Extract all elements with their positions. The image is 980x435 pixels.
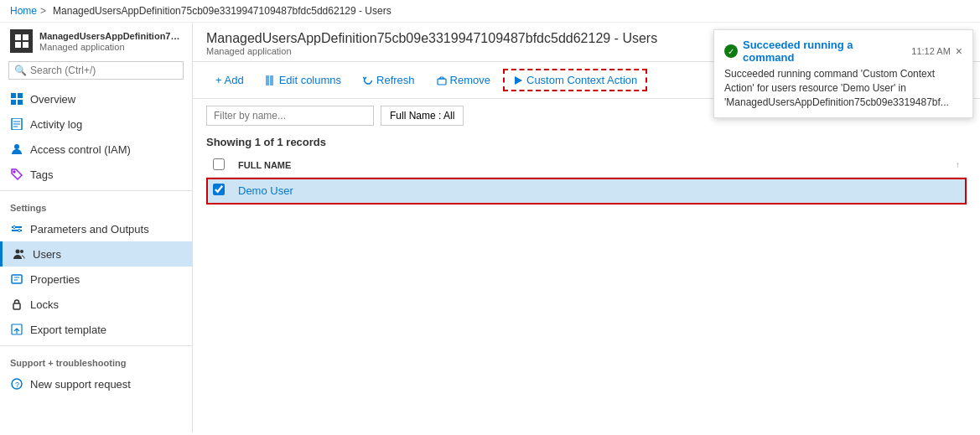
tag-icon <box>10 168 23 181</box>
remove-icon <box>437 75 447 85</box>
remove-button[interactable]: Remove <box>428 69 500 91</box>
lock-icon <box>10 298 23 311</box>
svg-rect-29 <box>438 79 446 85</box>
sidebar-item-locks[interactable]: Locks <box>0 292 192 317</box>
svg-text:?: ? <box>15 381 19 389</box>
svg-rect-28 <box>270 75 273 85</box>
search-input[interactable] <box>30 65 178 76</box>
sidebar-support-label: New support request <box>30 378 131 391</box>
svg-rect-3 <box>23 42 29 48</box>
select-all-header <box>206 153 231 178</box>
sidebar-item-overview[interactable]: Overview <box>0 86 192 111</box>
refresh-button[interactable]: Refresh <box>354 69 424 91</box>
sidebar-locks-label: Locks <box>30 298 59 311</box>
svg-point-12 <box>14 144 19 149</box>
support-icon: ? <box>10 377 23 391</box>
svg-point-18 <box>16 250 20 254</box>
svg-point-19 <box>20 250 23 253</box>
sidebar-activity-label: Activity log <box>30 118 82 131</box>
refresh-icon <box>363 75 373 85</box>
toast-body: Succeeded running command 'Custom Contex… <box>724 67 962 109</box>
main-content: ManagedUsersAppDefinition75cb09e33199471… <box>193 23 980 432</box>
select-all-checkbox[interactable] <box>213 158 225 170</box>
svg-rect-4 <box>11 93 16 98</box>
sidebar-app-title: ManagedUsersAppDefinition75cb09e33199471… <box>39 30 182 42</box>
sidebar-logo: ManagedUsersAppDefinition75cb09e33199471… <box>0 23 192 56</box>
props-icon <box>10 272 23 286</box>
table-row[interactable]: Demo User <box>206 178 967 205</box>
table-header-row: FULL NAME ↑ <box>206 153 967 178</box>
sidebar-item-properties[interactable]: Properties <box>0 267 192 292</box>
sidebar-app-subtitle: Managed application <box>39 42 182 52</box>
sidebar-item-activity-log[interactable]: Activity log <box>0 111 192 137</box>
svg-point-13 <box>13 171 15 173</box>
toast-time: 11:12 AM <box>911 46 950 56</box>
svg-marker-30 <box>515 76 522 85</box>
sidebar-item-users[interactable]: Users <box>0 241 192 267</box>
full-name-header: FULL NAME ↑ <box>231 153 967 178</box>
columns-icon <box>266 75 276 85</box>
filter-input[interactable] <box>206 106 374 126</box>
sidebar-tags-label: Tags <box>30 168 53 181</box>
search-icon: 🔍 <box>14 65 27 76</box>
row-checkbox[interactable] <box>213 184 225 195</box>
sidebar-overview-label: Overview <box>30 93 75 106</box>
sidebar-properties-label: Properties <box>30 273 80 286</box>
row-name-cell: Demo User <box>231 178 967 205</box>
sidebar-item-tags[interactable]: Tags <box>0 162 192 187</box>
svg-rect-23 <box>13 303 20 309</box>
settings-section-label: Settings <box>0 194 192 216</box>
user-icon <box>10 142 23 156</box>
sidebar-app-info: ManagedUsersAppDefinition75cb09e33199471… <box>39 30 182 52</box>
sidebar-item-access-control[interactable]: Access control (IAM) <box>0 137 192 162</box>
filter-badge[interactable]: Full Name : All <box>381 106 464 126</box>
svg-rect-2 <box>15 42 21 48</box>
add-button[interactable]: + Add <box>206 69 253 91</box>
svg-point-17 <box>18 230 21 232</box>
breadcrumb: Home > ManagedUsersAppDefinition75cb09e3… <box>0 0 980 23</box>
svg-rect-6 <box>11 100 16 105</box>
custom-context-action-button[interactable]: Custom Context Action <box>503 69 647 91</box>
sidebar-access-label: Access control (IAM) <box>30 143 131 156</box>
svg-rect-0 <box>15 34 21 40</box>
table-container: FULL NAME ↑ Demo User <box>193 153 980 432</box>
breadcrumb-separator: > <box>40 5 46 17</box>
play-icon <box>513 75 523 85</box>
export-icon <box>10 323 23 336</box>
toast-header: ✓ Succeeded running a command 11:12 AM × <box>724 39 962 64</box>
breadcrumb-home[interactable]: Home <box>10 5 37 17</box>
users-icon <box>13 247 26 261</box>
sidebar: ManagedUsersAppDefinition75cb09e33199471… <box>0 23 193 432</box>
user-link[interactable]: Demo User <box>238 184 293 197</box>
sort-icon: ↑ <box>956 160 960 169</box>
sidebar-item-new-support[interactable]: ? New support request <box>0 371 192 396</box>
sidebar-export-label: Export template <box>30 324 106 336</box>
row-checkbox-cell <box>206 178 231 205</box>
toast-title-row: ✓ Succeeded running a command <box>724 39 906 64</box>
params-icon <box>10 222 23 236</box>
svg-rect-1 <box>23 34 29 40</box>
svg-rect-27 <box>266 75 269 85</box>
success-icon: ✓ <box>724 44 738 58</box>
sidebar-params-label: Parameters and Outputs <box>30 223 149 236</box>
toast-title: Succeeded running a command <box>743 39 906 64</box>
edit-columns-button[interactable]: Edit columns <box>257 69 350 91</box>
sidebar-item-parameters[interactable]: Parameters and Outputs <box>0 216 192 241</box>
managed-app-icon <box>10 29 33 53</box>
toast-notification: ✓ Succeeded running a command 11:12 AM ×… <box>713 29 973 118</box>
sidebar-users-label: Users <box>33 248 61 261</box>
search-box: 🔍 <box>8 61 184 80</box>
svg-point-16 <box>13 226 16 229</box>
sidebar-item-export-template[interactable]: Export template <box>0 317 192 342</box>
users-table: FULL NAME ↑ Demo User <box>206 153 967 205</box>
svg-rect-7 <box>18 100 23 105</box>
breadcrumb-current: ManagedUsersAppDefinition75cb09e33199471… <box>53 5 391 17</box>
svg-rect-5 <box>18 93 23 98</box>
doc-icon <box>10 117 23 131</box>
grid-icon <box>10 92 23 106</box>
records-info: Showing 1 of 1 records <box>193 132 980 153</box>
svg-rect-20 <box>12 275 22 283</box>
support-section-label: Support + troubleshooting <box>0 350 192 371</box>
close-icon[interactable]: × <box>956 45 962 57</box>
